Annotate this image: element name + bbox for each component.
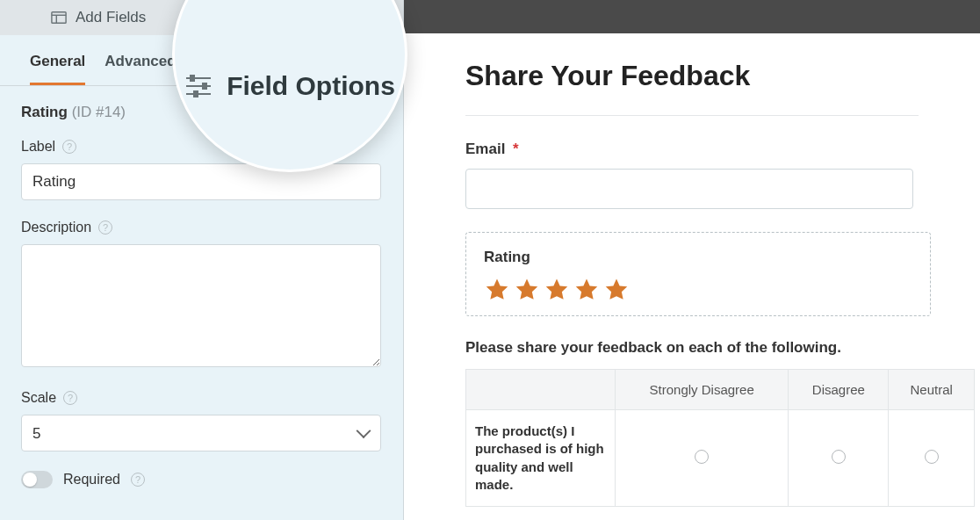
- form-title: Share Your Feedback: [465, 60, 919, 92]
- help-icon[interactable]: ?: [98, 220, 112, 235]
- star-icon[interactable]: [484, 277, 510, 303]
- required-row: Required ?: [21, 471, 382, 488]
- description-caption: Description: [21, 220, 91, 235]
- email-input[interactable]: [465, 169, 913, 209]
- add-fields-label: Add Fields: [76, 9, 146, 26]
- likert-col-0: Strongly Disagree: [616, 370, 789, 410]
- help-icon[interactable]: ?: [131, 473, 145, 487]
- label-caption: Label: [21, 139, 55, 155]
- form-preview: Share Your Feedback Email * Rating Pleas…: [404, 33, 980, 520]
- svg-rect-8: [194, 91, 198, 97]
- field-id: (ID #14): [72, 104, 126, 120]
- scale-caption-row: Scale ?: [21, 390, 382, 406]
- likert-radio[interactable]: [695, 450, 709, 464]
- description-caption-row: Description ?: [21, 220, 382, 235]
- required-caption: Required: [63, 472, 120, 488]
- scale-caption: Scale: [21, 390, 56, 406]
- likert-row-label: The product(s) I purchased is of high qu…: [466, 410, 616, 507]
- svg-rect-6: [191, 76, 194, 81]
- form-icon: [51, 11, 67, 25]
- likert-header-row: Strongly Disagree Disagree Neutral: [466, 370, 975, 410]
- label-input[interactable]: [21, 163, 381, 200]
- rating-field[interactable]: Rating: [465, 232, 931, 316]
- likert-table: Strongly Disagree Disagree Neutral The p…: [465, 369, 975, 507]
- tab-advanced[interactable]: Advanced: [104, 53, 176, 85]
- scale-select[interactable]: 5: [21, 415, 381, 451]
- rating-stars[interactable]: [484, 277, 912, 303]
- likert-row: The product(s) I purchased is of high qu…: [466, 410, 975, 507]
- svg-rect-7: [203, 83, 206, 89]
- star-icon[interactable]: [514, 277, 540, 303]
- svg-rect-0: [52, 12, 66, 24]
- rating-label: Rating: [484, 249, 912, 266]
- star-icon[interactable]: [544, 277, 570, 303]
- required-toggle[interactable]: [21, 471, 53, 488]
- star-icon[interactable]: [573, 277, 600, 303]
- help-icon[interactable]: ?: [63, 391, 77, 405]
- divider: [465, 115, 919, 116]
- likert-radio[interactable]: [832, 450, 846, 464]
- help-icon[interactable]: ?: [62, 140, 76, 154]
- callout-title: Field Options: [227, 71, 395, 101]
- sliders-icon: [184, 74, 213, 98]
- likert-heading: Please share your feedback on each of th…: [465, 339, 919, 357]
- email-field: Email *: [465, 141, 919, 209]
- required-mark: *: [513, 141, 519, 157]
- tab-general[interactable]: General: [30, 53, 85, 85]
- likert-radio[interactable]: [925, 450, 939, 464]
- description-input[interactable]: [21, 244, 381, 367]
- likert-col-1: Disagree: [789, 370, 889, 410]
- star-icon[interactable]: [603, 277, 630, 303]
- email-label: Email: [465, 141, 505, 157]
- field-name: Rating: [21, 104, 68, 120]
- likert-col-2: Neutral: [889, 370, 975, 410]
